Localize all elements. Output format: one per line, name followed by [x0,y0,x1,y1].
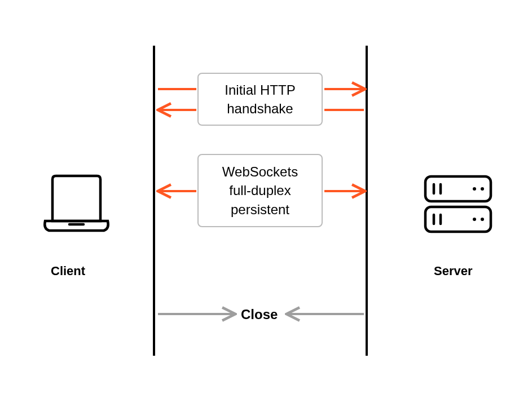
websocket-sequence-diagram: Client Server [0,0,519,420]
svg-point-8 [473,218,476,221]
client-lifeline [153,46,155,356]
client-label: Client [51,264,85,278]
server-icon [421,172,495,247]
websocket-box-label: WebSocketsfull-duplexpersistent [222,162,298,218]
svg-point-9 [481,218,484,221]
handshake-box: Initial HTTPhandshake [197,73,323,126]
server-label: Server [434,264,473,278]
svg-point-4 [481,187,484,191]
close-label: Close [241,307,278,322]
websocket-box: WebSocketsfull-duplexpersistent [197,154,323,227]
handshake-box-label: Initial HTTPhandshake [225,81,295,118]
svg-point-3 [473,187,476,191]
server-lifeline [366,46,368,356]
laptop-icon [34,163,118,250]
